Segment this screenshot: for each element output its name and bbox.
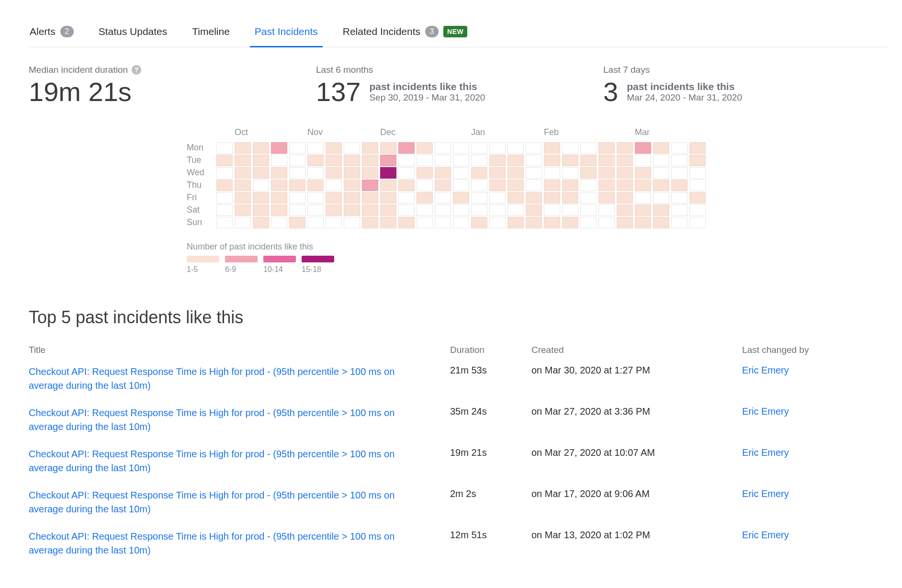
heatmap-cell[interactable] [289, 142, 305, 154]
heatmap-cell[interactable] [562, 167, 578, 179]
heatmap-cell[interactable] [326, 167, 342, 179]
heatmap-cell[interactable] [235, 155, 251, 166]
heatmap-cell[interactable] [271, 217, 287, 228]
heatmap-cell[interactable] [580, 167, 597, 179]
heatmap-cell[interactable] [380, 142, 396, 154]
heatmap-cell[interactable] [271, 142, 287, 154]
heatmap-cell[interactable] [435, 167, 451, 179]
heatmap-cell[interactable] [653, 217, 669, 228]
heatmap-cell[interactable] [216, 155, 233, 166]
heatmap-cell[interactable] [689, 217, 706, 228]
changed-by-link[interactable]: Eric Emery [742, 365, 789, 375]
heatmap-cell[interactable] [216, 204, 233, 216]
heatmap-cell[interactable] [417, 167, 433, 179]
heatmap-cell[interactable] [598, 192, 615, 204]
heatmap-cell[interactable] [507, 155, 524, 166]
heatmap-cell[interactable] [417, 192, 433, 204]
heatmap-cell[interactable] [326, 217, 342, 228]
heatmap-cell[interactable] [471, 180, 487, 191]
heatmap-cell[interactable] [435, 180, 451, 191]
changed-by-link[interactable]: Eric Emery [742, 488, 789, 499]
heatmap-cell[interactable] [417, 204, 433, 216]
heatmap-cell[interactable] [544, 155, 560, 166]
heatmap-cell[interactable] [216, 167, 233, 179]
heatmap-cell[interactable] [507, 167, 524, 179]
heatmap-cell[interactable] [617, 142, 633, 154]
changed-by-link[interactable]: Eric Emery [742, 530, 789, 540]
heatmap-cell[interactable] [253, 142, 269, 154]
heatmap-cell[interactable] [544, 167, 560, 179]
heatmap-cell[interactable] [417, 142, 433, 154]
heatmap-cell[interactable] [253, 217, 269, 228]
heatmap-cell[interactable] [489, 217, 506, 228]
heatmap-cell[interactable] [216, 217, 233, 228]
heatmap-cell[interactable] [344, 155, 360, 166]
heatmap-cell[interactable] [417, 180, 433, 191]
heatmap-cell[interactable] [453, 204, 469, 216]
heatmap-cell[interactable] [398, 180, 415, 191]
heatmap-cell[interactable] [562, 192, 578, 204]
heatmap-cell[interactable] [580, 142, 597, 154]
heatmap-cell[interactable] [326, 204, 342, 216]
heatmap-cell[interactable] [544, 180, 560, 191]
heatmap-cell[interactable] [216, 180, 233, 191]
heatmap-cell[interactable] [617, 167, 633, 179]
heatmap-cell[interactable] [380, 167, 396, 179]
heatmap-cell[interactable] [380, 180, 396, 191]
heatmap-cell[interactable] [362, 217, 378, 228]
heatmap-cell[interactable] [598, 155, 615, 166]
heatmap-cell[interactable] [689, 192, 706, 204]
heatmap-cell[interactable] [598, 142, 615, 154]
incident-title-link[interactable]: Checkout API: Request Response Time is H… [29, 366, 395, 391]
heatmap-cell[interactable] [507, 180, 524, 191]
heatmap-cell[interactable] [289, 204, 305, 216]
heatmap-cell[interactable] [307, 217, 324, 228]
heatmap-cell[interactable] [326, 192, 342, 204]
heatmap-cell[interactable] [471, 204, 487, 216]
heatmap-cell[interactable] [635, 204, 651, 216]
heatmap-cell[interactable] [380, 204, 396, 216]
heatmap-cell[interactable] [326, 155, 342, 166]
heatmap-cell[interactable] [507, 217, 524, 228]
heatmap-cell[interactable] [544, 217, 560, 228]
heatmap-cell[interactable] [507, 142, 524, 154]
heatmap-cell[interactable] [489, 142, 506, 154]
heatmap-cell[interactable] [689, 142, 706, 154]
heatmap-cell[interactable] [344, 142, 360, 154]
heatmap-cell[interactable] [562, 180, 578, 191]
heatmap-cell[interactable] [271, 180, 287, 191]
heatmap-cell[interactable] [526, 155, 542, 166]
heatmap-cell[interactable] [653, 142, 669, 154]
heatmap-cell[interactable] [635, 167, 651, 179]
heatmap-cell[interactable] [326, 142, 342, 154]
heatmap-cell[interactable] [417, 217, 433, 228]
heatmap-cell[interactable] [471, 155, 487, 166]
heatmap-cell[interactable] [526, 180, 542, 191]
heatmap-cell[interactable] [289, 167, 305, 179]
heatmap-cell[interactable] [544, 142, 560, 154]
heatmap-cell[interactable] [326, 180, 342, 191]
heatmap-cell[interactable] [653, 180, 669, 191]
heatmap-cell[interactable] [653, 204, 669, 216]
heatmap-cell[interactable] [453, 217, 469, 228]
heatmap-cell[interactable] [307, 142, 324, 154]
heatmap-cell[interactable] [617, 204, 633, 216]
heatmap-cell[interactable] [489, 180, 506, 191]
heatmap-cell[interactable] [307, 192, 324, 204]
heatmap-cell[interactable] [489, 204, 506, 216]
heatmap-cell[interactable] [453, 167, 469, 179]
heatmap-cell[interactable] [380, 155, 396, 166]
heatmap-cell[interactable] [617, 180, 633, 191]
heatmap-cell[interactable] [362, 155, 378, 166]
heatmap-cell[interactable] [235, 204, 251, 216]
heatmap-cell[interactable] [453, 192, 469, 204]
heatmap-cell[interactable] [253, 192, 269, 204]
heatmap-cell[interactable] [471, 142, 487, 154]
incident-title-link[interactable]: Checkout API: Request Response Time is H… [29, 407, 395, 432]
heatmap-cell[interactable] [307, 167, 324, 179]
heatmap-cell[interactable] [526, 142, 542, 154]
heatmap-cell[interactable] [580, 217, 597, 228]
heatmap-cell[interactable] [253, 167, 269, 179]
heatmap-cell[interactable] [635, 192, 651, 204]
heatmap-cell[interactable] [489, 155, 506, 166]
